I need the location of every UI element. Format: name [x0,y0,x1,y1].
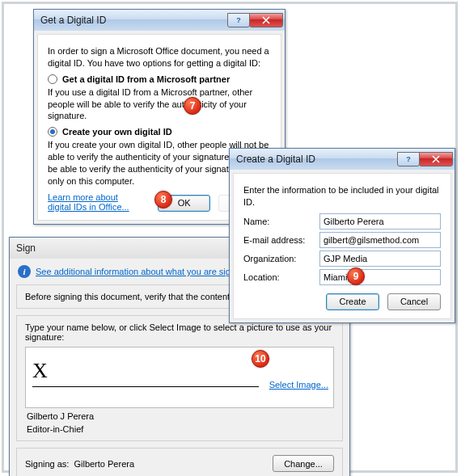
getid-intro: In order to sign a Microsoft Office docu… [48,45,271,70]
signature-box: X Select Image... [25,347,334,408]
signature-x: X [32,359,48,383]
radio-partner[interactable] [48,74,57,84]
create-button[interactable]: Create [326,293,379,310]
signing-as-panel: Signing as: Gilberto Perera Change... [16,448,343,476]
close-icon[interactable] [249,13,283,27]
close-icon[interactable] [419,152,453,166]
create-digital-id-dialog: Create a Digital ID ? Enter the informat… [229,148,455,323]
help-icon[interactable]: ? [227,13,250,27]
createid-titlebar: Create a Digital ID ? [230,149,455,170]
signature-panel: Type your name below, or click Select Im… [16,315,343,441]
step-badge-8: 8 [154,191,172,209]
organization-field[interactable] [319,251,441,267]
signature-line [32,386,259,387]
help-icon[interactable]: ? [397,152,420,166]
svg-text:?: ? [236,16,241,24]
select-image-link[interactable]: Select Image... [269,380,328,390]
signing-as-value: Gilberto Perera [74,459,268,469]
createid-title: Create a Digital ID [236,154,398,165]
svg-text:?: ? [406,155,411,163]
learn-more-link[interactable]: Learn more about digital IDs in Office..… [48,192,142,212]
org-label: Organization: [243,254,313,263]
createid-cancel-button[interactable]: Cancel [387,293,441,310]
name-label: Name: [243,217,313,226]
radio-partner-label: Get a digital ID from a Microsoft partne… [62,74,230,84]
info-icon: i [18,265,31,278]
createid-intro: Enter the information to be included in … [243,184,441,209]
radio-create-own[interactable] [48,127,57,137]
type-prompt: Type your name below, or click Select Im… [25,322,334,342]
radio-create-own-label: Create your own digital ID [62,127,172,137]
additional-info-link[interactable]: See additional information about what yo… [36,267,255,276]
loc-label: Location: [243,272,313,282]
getid-title: Get a Digital ID [40,15,228,26]
email-field[interactable] [319,232,441,248]
signing-as-label: Signing as: [25,459,69,469]
opt1-desc: If you use a digital ID from a Microsoft… [48,86,271,123]
email-label: E-mail address: [243,235,313,245]
change-button[interactable]: Change... [273,455,334,472]
step-badge-9: 9 [347,267,365,285]
step-badge-10: 10 [252,350,269,368]
signer-name: Gilberto J Perera [27,411,334,421]
getid-titlebar: Get a Digital ID ? [34,10,285,31]
signer-title: Editor-in-Chief [27,424,334,434]
createid-body: Enter the information to be included in … [233,173,451,319]
name-field[interactable] [319,213,441,230]
step-badge-7: 7 [184,97,201,115]
location-field[interactable] [319,269,441,285]
